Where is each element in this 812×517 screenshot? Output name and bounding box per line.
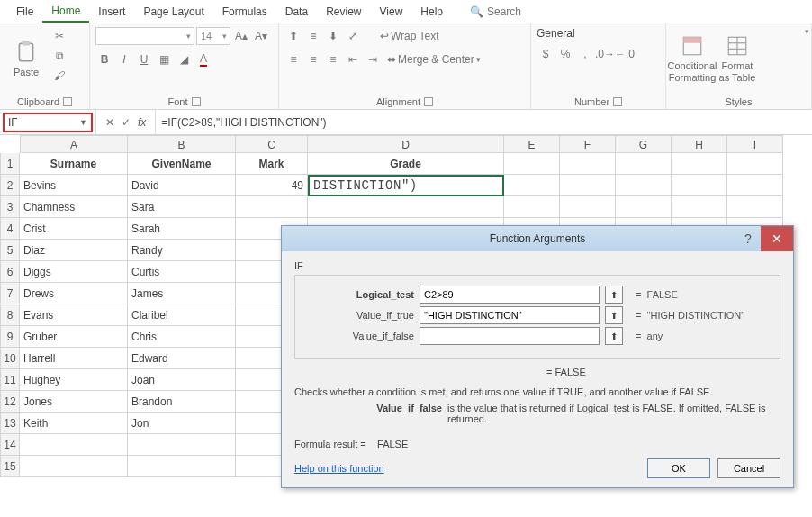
font-name-combo[interactable] [95,27,194,45]
cell[interactable]: GivenName [128,153,236,175]
tab-home[interactable]: Home [42,1,89,23]
collapse-dialog-button[interactable]: ⬆ [605,327,623,345]
decrease-font-button[interactable]: A▾ [252,27,270,45]
cell[interactable]: Joan [128,369,236,391]
bold-button[interactable]: B [95,50,113,68]
align-center-button[interactable]: ≡ [304,50,322,68]
cell[interactable] [672,153,727,175]
cell[interactable]: Crist [20,218,128,240]
cell[interactable]: James [128,283,236,304]
formula-bar[interactable]: =IF(C2>89,"HIGH DISTINCTION") [156,116,812,129]
cell[interactable] [504,175,560,196]
font-size-combo[interactable]: 14 [196,27,230,45]
tab-formulas[interactable]: Formulas [213,2,276,22]
cell[interactable]: Claribel [128,304,236,326]
wrap-text-button[interactable]: ↩Wrap Text [376,27,443,45]
cell[interactable] [616,153,672,175]
cell[interactable] [128,434,236,456]
row-header-15[interactable]: 15 [0,456,20,477]
cancel-button[interactable]: Cancel [717,458,780,478]
cell[interactable]: Grade [308,153,504,175]
cell[interactable] [20,434,128,456]
copy-button[interactable]: ⧉ [50,47,68,65]
col-header-F[interactable]: F [560,135,616,153]
col-header-I[interactable]: I [727,135,783,153]
cell[interactable] [128,456,236,477]
comma-button[interactable]: , [576,45,594,63]
underline-button[interactable]: U [135,50,153,68]
arg-input-1[interactable] [420,306,600,324]
align-bottom-button[interactable]: ⬇ [324,27,342,45]
cell[interactable] [560,196,616,218]
cut-button[interactable]: ✂ [50,27,68,45]
cell[interactable] [616,175,672,196]
cell[interactable]: Jon [128,413,236,434]
cell[interactable] [727,196,783,218]
number-format-combo[interactable]: General [537,27,654,40]
decrease-indent-button[interactable]: ⇤ [344,50,362,68]
col-header-C[interactable]: C [236,135,308,153]
cell[interactable]: Curtis [128,261,236,283]
cell[interactable] [727,153,783,175]
fill-color-button[interactable]: ◢ [175,50,193,68]
row-header-1[interactable]: 1 [0,153,20,175]
cell[interactable]: Evans [20,304,128,326]
name-box[interactable]: IF ▼ [3,113,93,132]
border-button[interactable]: ▦ [155,50,173,68]
increase-decimal-button[interactable]: .0→ [596,45,614,63]
search-box[interactable]: 🔍 Search [470,5,521,18]
alignment-dialog-launcher[interactable] [424,97,433,106]
row-header-14[interactable]: 14 [0,434,20,456]
row-header-12[interactable]: 12 [0,391,20,413]
cell[interactable]: Gruber [20,326,128,348]
arg-input-0[interactable] [420,286,600,304]
cell[interactable] [236,196,308,218]
decrease-decimal-button[interactable]: ←.0 [616,45,634,63]
col-header-G[interactable]: G [616,135,672,153]
cell[interactable]: Diggs [20,261,128,283]
conditional-formatting-button[interactable]: Conditional Formatting [672,27,713,90]
row-header-5[interactable]: 5 [0,240,20,261]
cell[interactable] [308,196,504,218]
cell[interactable]: Chamness [20,196,128,218]
font-dialog-launcher[interactable] [192,97,201,106]
increase-indent-button[interactable]: ⇥ [364,50,382,68]
col-header-B[interactable]: B [128,135,236,153]
col-header-H[interactable]: H [672,135,727,153]
cell[interactable] [560,175,616,196]
row-header-8[interactable]: 8 [0,304,20,326]
merge-center-button[interactable]: ⬌Merge & Center▾ [383,50,484,68]
italic-button[interactable]: I [115,50,133,68]
align-right-button[interactable]: ≡ [324,50,342,68]
align-middle-button[interactable]: ≡ [304,27,322,45]
cell[interactable]: Drews [20,283,128,304]
collapse-dialog-button[interactable]: ⬆ [605,286,623,304]
cell[interactable]: Sarah [128,218,236,240]
cell[interactable] [504,153,560,175]
tab-insert[interactable]: Insert [89,2,134,22]
cell[interactable]: Hughey [20,369,128,391]
dialog-close-button[interactable]: ✕ [761,226,793,251]
row-header-13[interactable]: 13 [0,413,20,434]
cell[interactable]: Chris [128,326,236,348]
row-header-3[interactable]: 3 [0,196,20,218]
col-header-E[interactable]: E [504,135,560,153]
ok-button[interactable]: OK [647,458,710,478]
cell[interactable] [672,175,727,196]
collapse-dialog-button[interactable]: ⬆ [605,306,623,324]
tab-help[interactable]: Help [411,2,452,22]
row-header-6[interactable]: 6 [0,261,20,283]
tab-review[interactable]: Review [317,2,370,22]
tab-view[interactable]: View [371,2,412,22]
fx-icon[interactable]: fx [138,116,146,129]
cell[interactable]: 49 [236,175,308,196]
orientation-button[interactable]: ⤢ [344,27,362,45]
cell[interactable]: Edward [128,348,236,369]
help-on-function-link[interactable]: Help on this function [294,463,384,474]
cell[interactable] [616,196,672,218]
cell[interactable]: Keith [20,413,128,434]
font-color-button[interactable]: A [194,50,212,68]
cell[interactable]: Jones [20,391,128,413]
tab-page-layout[interactable]: Page Layout [134,2,212,22]
number-dialog-launcher[interactable] [613,97,622,106]
